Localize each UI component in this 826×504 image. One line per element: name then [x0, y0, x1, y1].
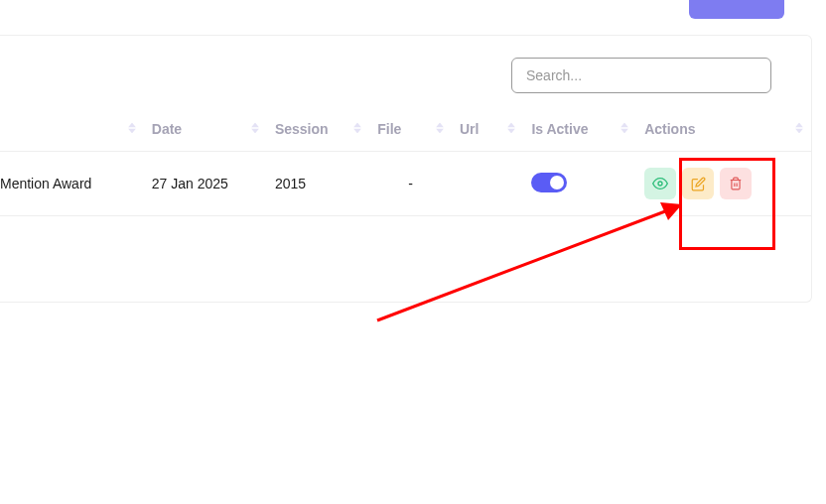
sort-icon [507, 123, 515, 134]
edit-icon [691, 177, 706, 191]
sort-icon [128, 123, 136, 134]
cell-date: 27 Jan 2025 [144, 152, 267, 216]
column-header-title[interactable] [0, 105, 144, 152]
header-label: Session [275, 121, 329, 137]
trash-icon [729, 177, 743, 190]
cell-session: 2015 [267, 152, 369, 216]
delete-button[interactable] [720, 168, 752, 199]
cell-active [523, 152, 636, 216]
header-label: Is Active [531, 121, 588, 137]
content-card: Date Session File [0, 35, 812, 303]
header-label: Date [152, 121, 182, 137]
cell-url [452, 152, 523, 216]
cell-file: - [369, 152, 452, 216]
sort-icon [795, 123, 803, 134]
sort-icon [620, 123, 628, 134]
edit-button[interactable] [682, 168, 714, 199]
view-button[interactable] [644, 168, 676, 199]
column-header-url[interactable]: Url [452, 105, 523, 152]
table-header-row: Date Session File [0, 105, 811, 152]
column-header-session[interactable]: Session [267, 105, 369, 152]
cell-title: Mention Award [0, 152, 144, 216]
sort-icon [251, 123, 259, 134]
table-row: Mention Award 27 Jan 2025 2015 - [0, 152, 811, 216]
svg-point-0 [658, 182, 662, 186]
header-label: File [377, 121, 401, 137]
column-header-actions[interactable]: Actions [636, 105, 811, 152]
actions-group [644, 168, 803, 199]
column-header-file[interactable]: File [369, 105, 452, 152]
sort-icon [353, 123, 361, 134]
column-header-date[interactable]: Date [144, 105, 267, 152]
header-label: Actions [644, 121, 695, 137]
search-wrapper [0, 36, 811, 105]
sort-icon [436, 123, 444, 134]
header-label: Url [460, 121, 479, 137]
column-header-active[interactable]: Is Active [523, 105, 636, 152]
active-toggle[interactable] [531, 173, 567, 192]
eye-icon [652, 176, 668, 191]
search-input[interactable] [511, 58, 771, 93]
top-primary-button[interactable] [689, 0, 784, 19]
cell-actions [636, 152, 811, 216]
data-table: Date Session File [0, 105, 811, 216]
